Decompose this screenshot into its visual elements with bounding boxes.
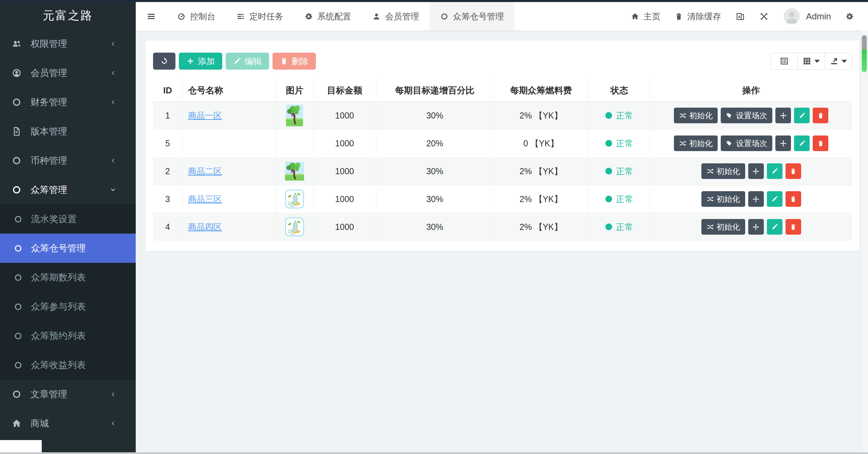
cell-percent: 30% xyxy=(376,213,493,241)
product-link[interactable]: 商品三区 xyxy=(188,194,222,204)
status-dot xyxy=(605,112,612,119)
init-button[interactable]: 初始化 xyxy=(674,135,718,151)
cell-name: 商品三区 xyxy=(183,185,276,213)
tab-system-config[interactable]: 系统配置 xyxy=(294,2,362,31)
home-link[interactable]: 主页 xyxy=(631,11,660,22)
settings-button[interactable] xyxy=(845,12,854,21)
circle-icon xyxy=(12,156,22,166)
sidebar-item-warehouse-mgmt[interactable]: 众筹仓号管理 xyxy=(0,234,136,263)
sidebar-item-permissions[interactable]: 权限管理 xyxy=(0,29,136,58)
tab-dashboard[interactable]: 控制台 xyxy=(167,2,226,31)
delete-button[interactable]: 删除 xyxy=(272,53,316,70)
sidebar-item-period-list[interactable]: 众筹期数列表 xyxy=(0,263,136,292)
col-fuel[interactable]: 每期众筹燃料费 xyxy=(493,80,588,102)
user-circle-icon xyxy=(12,68,22,78)
sidebar-item-flow-reward[interactable]: 流水奖设置 xyxy=(0,204,136,234)
row-delete-button[interactable] xyxy=(813,108,828,123)
shuffle-icon xyxy=(706,223,714,231)
tab-member-mgmt[interactable]: 会员管理 xyxy=(362,2,430,31)
plus-icon xyxy=(186,57,194,65)
refresh-button[interactable] xyxy=(153,53,175,70)
init-button[interactable]: 初始化 xyxy=(674,108,718,123)
col-image[interactable]: 图片 xyxy=(276,80,313,102)
init-button[interactable]: 初始化 xyxy=(701,163,745,179)
col-amount[interactable]: 目标金额 xyxy=(313,80,376,102)
sidebar-item-finance[interactable]: 财务管理 xyxy=(0,88,136,117)
move-button[interactable] xyxy=(748,191,764,207)
add-button[interactable]: 添加 xyxy=(179,53,222,70)
cell-amount: 1000 xyxy=(313,157,376,185)
cell-percent: 30% xyxy=(376,102,493,129)
shuffle-icon xyxy=(679,140,686,147)
init-button[interactable]: 初始化 xyxy=(701,191,745,207)
product-link[interactable]: 商品一区 xyxy=(188,111,222,120)
move-button[interactable] xyxy=(748,219,764,235)
set-sessions-button[interactable]: 设置场次 xyxy=(721,108,772,123)
sidebar-item-currencies[interactable]: 币种管理 xyxy=(0,146,136,175)
trash-icon xyxy=(675,12,683,21)
sidebar-toggle-button[interactable] xyxy=(136,2,167,31)
circle-icon xyxy=(14,331,23,341)
sidebar-item-participation-list[interactable]: 众筹参与列表 xyxy=(0,292,136,321)
table-row[interactable]: 2 商品二区 xyxy=(153,157,852,185)
export-button[interactable] xyxy=(825,53,852,70)
chevron-left-icon xyxy=(109,157,117,164)
sidebar-item-earnings-list[interactable]: 众筹收益列表 xyxy=(0,350,136,380)
table-row[interactable]: 5 1000 20% 0 【YK】 正常 初始化 设置场次 xyxy=(153,129,852,157)
table-row[interactable]: 4 商品四区 xyxy=(153,213,852,241)
cell-name xyxy=(183,129,276,157)
row-delete-button[interactable] xyxy=(813,135,828,151)
cell-id: 1 xyxy=(153,102,183,129)
gear-icon xyxy=(304,12,313,21)
sidebar-item-versions[interactable]: 版本管理 xyxy=(0,117,136,146)
edit-button[interactable]: 编辑 xyxy=(226,53,269,70)
move-button[interactable] xyxy=(775,108,791,123)
bottom-left-overlay xyxy=(0,440,42,452)
table-row[interactable]: 1 商品一区 xyxy=(153,102,852,129)
col-status[interactable]: 状态 xyxy=(588,80,650,102)
fullscreen-button[interactable] xyxy=(759,12,769,21)
col-percent[interactable]: 每期目标递增百分比 xyxy=(376,80,493,102)
init-button[interactable]: 初始化 xyxy=(701,219,745,235)
admin-menu[interactable]: Admin xyxy=(783,7,831,25)
scrollbar-track[interactable] xyxy=(861,31,868,452)
row-delete-button[interactable] xyxy=(786,191,801,207)
row-delete-button[interactable] xyxy=(786,163,801,179)
col-id[interactable]: ID xyxy=(153,80,183,102)
row-edit-button[interactable] xyxy=(767,191,782,207)
navbar-right: 主页 清除缓存 Admin xyxy=(631,2,868,31)
row-delete-button[interactable] xyxy=(786,219,801,235)
tab-warehouse-mgmt[interactable]: 众筹仓号管理 xyxy=(430,2,514,31)
circle-icon xyxy=(12,97,22,107)
sidebar-item-mall[interactable]: 商城 xyxy=(0,409,136,438)
clear-cache-button[interactable]: 清除缓存 xyxy=(675,11,721,22)
scrollbar-thumb[interactable] xyxy=(862,35,867,72)
cell-name: 商品一区 xyxy=(183,102,276,129)
col-name[interactable]: 仓号名称 xyxy=(183,80,276,102)
columns-button[interactable] xyxy=(798,53,825,70)
sidebar-item-articles[interactable]: 文章管理 xyxy=(0,380,136,409)
language-button[interactable] xyxy=(735,12,745,21)
row-edit-button[interactable] xyxy=(794,135,810,151)
sidebar-item-reservation-list[interactable]: 众筹预约列表 xyxy=(0,321,136,350)
detail-view-button[interactable] xyxy=(771,53,798,70)
product-link[interactable]: 商品四区 xyxy=(188,222,222,232)
sidebar-item-members[interactable]: 会员管理 xyxy=(0,58,136,88)
tab-scheduled-tasks[interactable]: 定时任务 xyxy=(226,2,294,31)
gears-icon xyxy=(845,12,854,21)
product-link[interactable]: 商品二区 xyxy=(188,166,222,176)
shuffle-icon xyxy=(706,196,714,203)
row-edit-button[interactable] xyxy=(794,108,810,123)
product-image-tree xyxy=(286,105,303,126)
row-edit-button[interactable] xyxy=(767,163,782,179)
sidebar-item-crowdfunding[interactable]: 众筹管理 xyxy=(0,175,136,204)
row-edit-button[interactable] xyxy=(767,219,782,235)
set-sessions-button[interactable]: 设置场次 xyxy=(721,135,772,151)
move-button[interactable] xyxy=(775,135,791,151)
status-dot xyxy=(605,140,612,147)
content-card: 添加 编辑 删除 xyxy=(145,40,860,251)
cell-image xyxy=(276,157,313,185)
table-row[interactable]: 3 商品三区 xyxy=(153,185,852,213)
move-button[interactable] xyxy=(748,163,764,179)
gauge-icon xyxy=(177,12,186,21)
